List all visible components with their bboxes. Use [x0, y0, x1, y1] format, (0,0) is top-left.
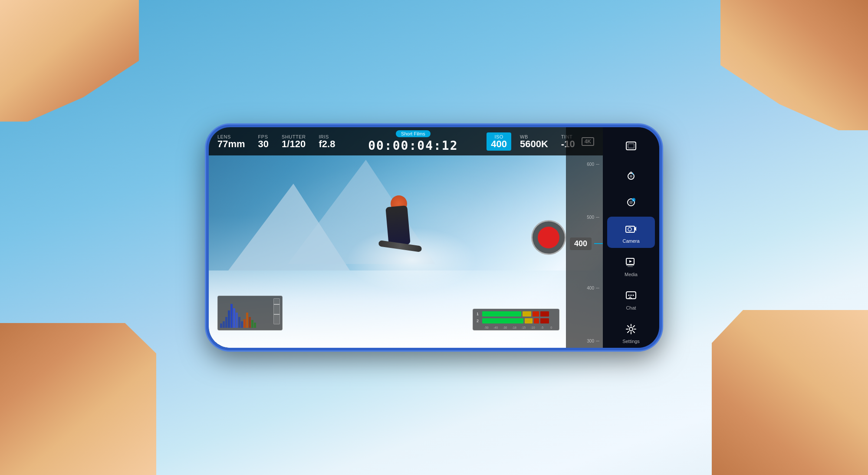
svg-text:+: +	[633, 199, 634, 201]
auto-camera-icon: A	[623, 168, 639, 184]
iso-value: 400	[491, 139, 507, 149]
fps-stat: FPS 30	[258, 134, 269, 149]
camera-nav-label: Camera	[622, 238, 639, 244]
audio-scale-15: -15	[519, 326, 528, 329]
audio-bar-2-peak	[540, 318, 549, 323]
media-icon	[623, 254, 639, 270]
audio-track-1-num: 1	[477, 312, 481, 316]
histogram-overlay	[217, 296, 283, 330]
settings-icon	[623, 321, 639, 337]
iso-display[interactable]: ISO 400	[487, 132, 511, 151]
audio-scale-0: 0	[547, 326, 556, 329]
exp-tick-300: 300	[566, 339, 603, 343]
iso-indicator-line	[594, 243, 603, 244]
svg-point-6	[629, 201, 633, 204]
audio-scale-40: -40	[491, 326, 500, 329]
svg-point-19	[633, 295, 634, 296]
audio-track-2-num: 2	[477, 319, 481, 323]
record-button-inner	[538, 227, 559, 248]
project-name: Short Films	[396, 130, 431, 137]
exp-500-line	[596, 217, 599, 218]
svg-marker-13	[629, 260, 632, 263]
audio-meter: 1 2 -50 -40 -30 -18 -15 -10 -5	[473, 309, 559, 330]
chat-icon	[623, 288, 639, 303]
exp-tick-500: 500	[566, 215, 603, 220]
exp-400-line	[596, 288, 599, 288]
exp-300-line	[596, 341, 599, 341]
audio-bar-1-green	[482, 311, 521, 317]
iris-value: f2.8	[319, 139, 335, 149]
audio-bar-1-red	[533, 311, 539, 317]
svg-point-17	[628, 295, 630, 296]
wb-stat: WB 5600K	[520, 134, 548, 149]
chat-nav-label: Chat	[626, 305, 636, 310]
exposure-strip: 600 500 400 400 300	[566, 127, 603, 348]
snowboarder-figure	[374, 193, 426, 280]
svg-point-3	[630, 175, 632, 178]
iso-indicator-value: 400	[570, 238, 592, 250]
exp-600-line	[596, 164, 599, 165]
wb-value: 5600K	[520, 139, 548, 149]
camera-icon	[623, 221, 639, 237]
hand-right-bottom	[712, 310, 868, 475]
exp-tick-600: 600	[566, 162, 603, 167]
effect-button[interactable]: +	[607, 190, 655, 214]
hud-top-bar: LENS 77mm FPS 30 SHUTTER 1/120 IRIS f2.8…	[209, 127, 603, 155]
svg-rect-1	[628, 144, 634, 148]
exp-400-label: 400	[581, 286, 594, 290]
audio-track-2: 2	[477, 318, 556, 323]
audio-bar-1-yellow	[523, 311, 531, 317]
lens-stat: LENS 77mm	[217, 134, 245, 149]
camera-viewfinder: LENS 77mm FPS 30 SHUTTER 1/120 IRIS f2.8…	[209, 127, 603, 348]
frame-icon	[623, 138, 639, 154]
audio-scale-30: -30	[501, 326, 509, 329]
fps-value: 30	[258, 139, 269, 149]
timecode-display: 00:00:04:12	[368, 139, 458, 153]
nav-panel: A + Ca	[603, 127, 659, 348]
audio-scale-5: -5	[538, 326, 546, 329]
frame-button[interactable]	[607, 134, 655, 158]
audio-scale-18: -18	[510, 326, 518, 329]
exp-500-label: 500	[581, 215, 594, 220]
effect-icon: +	[623, 195, 639, 210]
audio-track-1: 1	[477, 311, 556, 317]
audio-bar-2-yellow	[525, 318, 533, 323]
media-nav-item[interactable]: Media	[607, 250, 655, 281]
chat-nav-item[interactable]: Chat	[607, 284, 655, 315]
record-button-area	[531, 220, 566, 255]
iso-indicator: 400	[570, 238, 603, 250]
record-button[interactable]	[531, 220, 566, 255]
exp-600-label: 600	[581, 162, 594, 167]
timecode-area: Short Films 00:00:04:12	[348, 130, 478, 153]
hand-left-bottom	[0, 323, 156, 475]
svg-rect-9	[626, 226, 635, 232]
snowboarder-body	[386, 205, 411, 246]
audio-bar-2-red	[534, 318, 539, 323]
audio-scale-50: -50	[482, 326, 490, 329]
lens-value: 77mm	[217, 139, 245, 149]
audio-scale: -50 -40 -30 -18 -15 -10 -5 0	[477, 326, 556, 329]
settings-nav-item[interactable]: Settings	[607, 317, 655, 348]
media-nav-label: Media	[625, 272, 638, 277]
shutter-value: 1/120	[282, 139, 306, 149]
iris-stat: IRIS f2.8	[319, 134, 335, 149]
camera-nav-item[interactable]: Camera	[607, 217, 655, 248]
audio-bar-1-peak	[540, 311, 549, 317]
phone-frame: LENS 77mm FPS 30 SHUTTER 1/120 IRIS f2.8…	[206, 125, 662, 350]
shutter-stat: SHUTTER 1/120	[282, 134, 306, 149]
svg-point-18	[631, 295, 632, 296]
auto-camera-button[interactable]: A	[607, 164, 655, 188]
audio-scale-10: -10	[529, 326, 537, 329]
svg-point-20	[629, 327, 633, 331]
exp-tick-400: 400	[566, 286, 603, 290]
audio-bar-2-green	[482, 318, 523, 323]
svg-point-11	[628, 228, 631, 231]
settings-nav-label: Settings	[622, 339, 640, 344]
exp-300-label: 300	[581, 339, 594, 343]
svg-text:A: A	[632, 172, 634, 175]
exposure-scale: 600 500 400 400 300	[566, 158, 603, 348]
